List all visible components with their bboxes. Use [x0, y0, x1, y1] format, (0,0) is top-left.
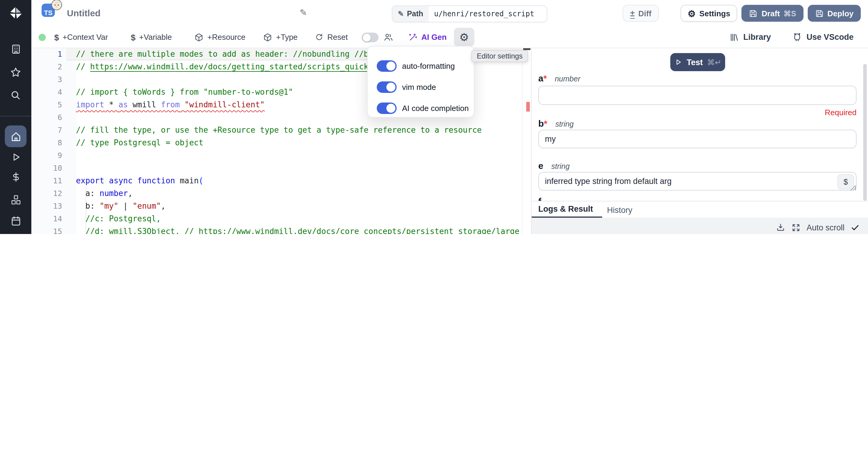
toolbar-right: Library Use VScode: [730, 27, 854, 48]
editor-settings-button[interactable]: ⚙: [454, 28, 474, 47]
code-line[interactable]: 9: [31, 149, 523, 162]
play-icon: [10, 151, 22, 163]
ai-gen-button[interactable]: AI Gen: [408, 27, 447, 48]
tab-history[interactable]: History: [607, 201, 632, 218]
use-vscode-label: Use VScode: [807, 33, 854, 41]
toggle-knob: [386, 83, 396, 92]
sidebar-item-variables[interactable]: [0, 171, 31, 183]
multiplayer-users-button[interactable]: [383, 27, 394, 48]
topbar-actions: ± Diff ⚙ Settings Draft ⌘S Deploy: [623, 5, 861, 22]
add-variable-label: +Variable: [139, 33, 172, 41]
required-asterisk: *: [544, 118, 547, 128]
test-button[interactable]: Test ⌘↵: [670, 53, 725, 71]
sidebar-divider: [0, 116, 31, 116]
logs-toolbar: Auto scroll: [776, 223, 860, 232]
vim-mode-toggle[interactable]: [377, 81, 397, 93]
auto-formatting-label: auto-formatting: [402, 61, 455, 70]
left-sidebar: ⚙: [0, 0, 31, 234]
windmill-logo[interactable]: [0, 6, 31, 21]
sidebar-item-runs[interactable]: [0, 151, 31, 163]
sidebar-item-favorites[interactable]: [0, 66, 31, 79]
code-line[interactable]: 10: [31, 162, 523, 174]
input-resize-handle[interactable]: [850, 186, 856, 191]
sidebar-item-search[interactable]: [0, 89, 31, 101]
code-line[interactable]: 13 b: "my" | "enum",: [31, 200, 523, 212]
add-resource-button[interactable]: +Resource: [194, 27, 245, 48]
reset-button[interactable]: Reset: [315, 27, 348, 48]
deploy-button[interactable]: Deploy: [807, 5, 861, 22]
ai-code-completion-toggle[interactable]: [377, 103, 397, 114]
output-tabs: Logs & Result History: [532, 201, 868, 218]
add-type-label: +Type: [276, 33, 298, 41]
field-input-e[interactable]: [538, 172, 857, 191]
ai-gen-label: AI Gen: [421, 33, 447, 41]
sidebar-item-home[interactable]: [0, 130, 31, 142]
line-number: 2: [31, 60, 62, 73]
home-icon: [10, 130, 22, 142]
script-title: Untitled: [67, 8, 101, 18]
line-number: 4: [31, 86, 62, 98]
save-icon: [749, 9, 758, 18]
code-line[interactable]: 12 a: number,: [31, 187, 523, 200]
args-form: Test ⌘↵ a* number Required b* string e s…: [532, 48, 868, 201]
code-line[interactable]: 11export async function main(: [31, 174, 523, 187]
add-type-button[interactable]: +Type: [263, 27, 298, 48]
error-overview-marker: [526, 102, 530, 112]
add-context-var-button[interactable]: $ +Context Var: [54, 27, 108, 48]
path-label: Path: [407, 10, 423, 18]
library-button[interactable]: Library: [730, 32, 771, 42]
code-line[interactable]: 14 //c: Postgresql,: [31, 212, 523, 225]
menu-item-auto-formatting: auto-formatting: [377, 60, 465, 72]
path-field[interactable]: ✎ Path u/henri/restored_script: [392, 5, 547, 22]
diff-button[interactable]: ± Diff: [623, 5, 659, 22]
vim-mode-label: vim mode: [402, 83, 436, 92]
field-input-a[interactable]: [538, 86, 857, 105]
expand-icon[interactable]: [792, 223, 801, 232]
code-line[interactable]: 7// fill the type, or use the +Resource …: [31, 124, 523, 136]
add-context-var-label: +Context Var: [63, 33, 108, 41]
sidebar-item-workspace[interactable]: [0, 43, 31, 55]
gear-icon: ⚙: [687, 9, 695, 18]
auto-formatting-toggle[interactable]: [377, 60, 397, 72]
dollar-icon: [10, 171, 22, 182]
form-scrollbar-thumb[interactable]: [863, 64, 867, 201]
download-icon[interactable]: [776, 223, 785, 232]
windmill-logo-icon: [8, 6, 23, 21]
field-input-b[interactable]: [538, 130, 857, 148]
edit-title-pencil-icon[interactable]: ✎: [300, 8, 307, 17]
sidebar-item-schedules[interactable]: [0, 215, 31, 227]
editor-settings-tooltip: Editor settings: [471, 50, 528, 62]
draft-button-label: Draft: [762, 9, 780, 18]
line-number: 14: [31, 212, 62, 225]
cat-icon: [792, 32, 802, 42]
use-vscode-button[interactable]: Use VScode: [792, 32, 854, 42]
check-icon[interactable]: [850, 223, 860, 232]
library-icon: [730, 32, 739, 42]
line-number: 11: [31, 174, 62, 187]
menu-item-ai-code-completion: AI code completion: [377, 103, 465, 114]
editor-toolbar: $ +Context Var $ +Variable +Resource +Ty…: [31, 27, 868, 48]
path-value: u/henri/restored_script: [429, 6, 539, 22]
code-line[interactable]: 15 //d: wmill.S3Object, // https://www.w…: [31, 225, 523, 234]
settings-button[interactable]: ⚙ Settings: [680, 5, 738, 22]
logs-pane: Auto scroll No logs are available yet: [532, 218, 868, 234]
diff-icon: ±: [630, 8, 635, 18]
add-resource-label: +Resource: [207, 33, 245, 41]
refresh-icon: [315, 33, 324, 41]
multiplayer-toggle[interactable]: [362, 33, 378, 42]
sidebar-item-resources[interactable]: [0, 194, 31, 206]
tab-logs-result[interactable]: Logs & Result: [532, 201, 602, 218]
editor-scrollbar[interactable]: [522, 48, 531, 234]
toggle-knob: [386, 104, 396, 113]
ai-code-completion-label: AI code completion: [402, 104, 469, 113]
add-variable-button[interactable]: $ +Variable: [131, 27, 172, 48]
settings-button-label: Settings: [699, 9, 730, 18]
line-number: 9: [31, 149, 62, 162]
package-icon: [263, 32, 273, 42]
user-avatar: [51, 0, 62, 10]
line-number: 8: [31, 136, 62, 149]
people-icon: [383, 32, 394, 42]
code-line[interactable]: 8// type Postgresql = object: [31, 136, 523, 149]
calendar-icon: [10, 215, 22, 227]
draft-button[interactable]: Draft ⌘S: [742, 5, 803, 22]
